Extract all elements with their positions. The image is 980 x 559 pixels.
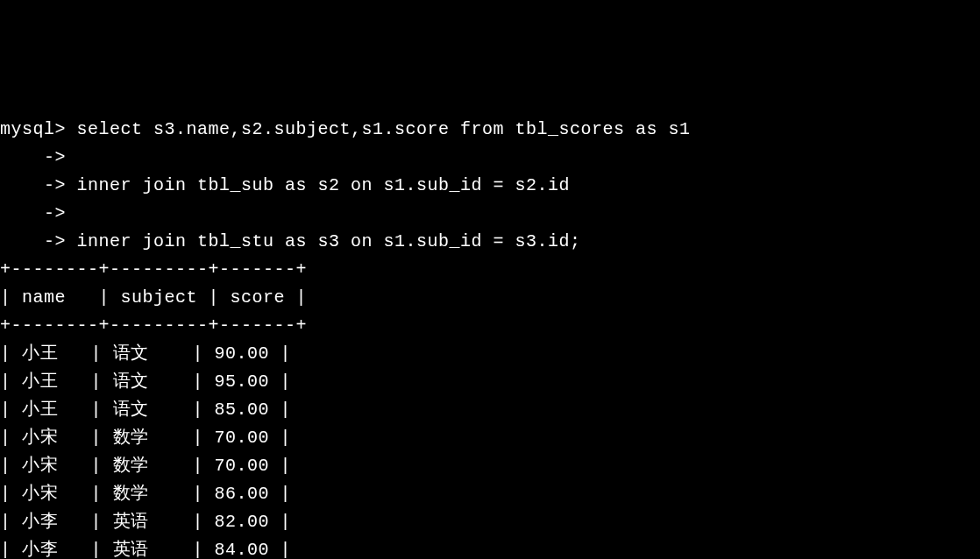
table-row: | 小王 | 语文 | 85.00 | [0, 400, 291, 420]
terminal-window[interactable]: mysql> select s3.name,s2.subject,s1.scor… [0, 116, 980, 559]
table-row: | 小宋 | 数学 | 70.00 | [0, 456, 291, 476]
query-line: mysql> select s3.name,s2.subject,s1.scor… [0, 119, 691, 139]
table-row: | 小王 | 语文 | 95.00 | [0, 371, 291, 392]
table-row: | 小王 | 语文 | 90.00 | [0, 343, 291, 364]
query-line: -> inner join tbl_stu as s3 on s1.sub_id… [0, 231, 581, 251]
table-row: | 小宋 | 数学 | 70.00 | [0, 428, 291, 448]
table-header-row: | name | subject | score | [0, 287, 307, 308]
query-line: -> [0, 147, 66, 167]
table-border-mid: +--------+---------+-------+ [0, 315, 307, 336]
query-line: -> inner join tbl_sub as s2 on s1.sub_id… [0, 175, 570, 195]
table-row: | 小李 | 英语 | 84.00 | [0, 540, 291, 559]
table-row: | 小宋 | 数学 | 86.00 | [0, 484, 291, 504]
query-line: -> [0, 203, 66, 223]
table-row: | 小李 | 英语 | 82.00 | [0, 512, 291, 532]
table-border-top: +--------+---------+-------+ [0, 259, 307, 280]
